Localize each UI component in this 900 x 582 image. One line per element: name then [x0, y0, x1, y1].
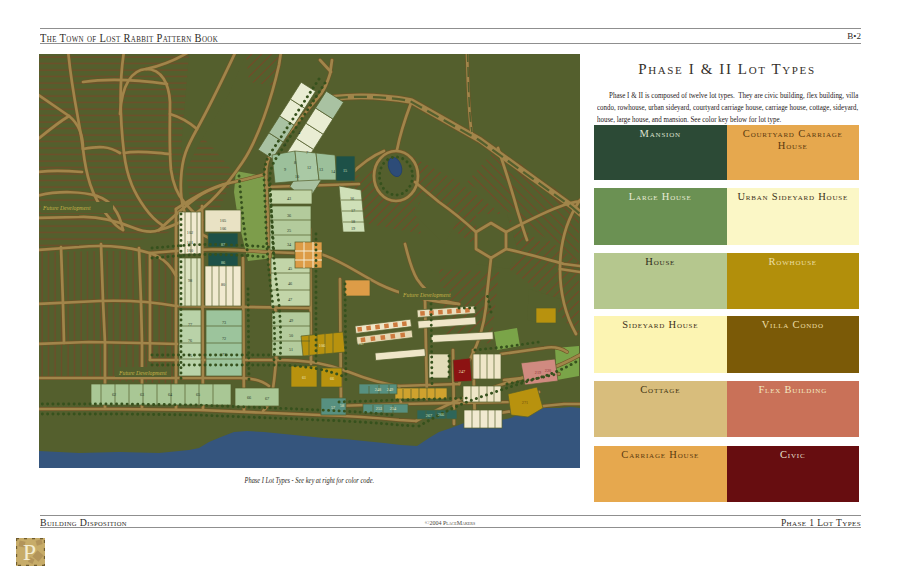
svg-text:10: 10 — [295, 174, 299, 179]
svg-text:7: 7 — [306, 150, 308, 155]
svg-text:67: 67 — [265, 396, 269, 401]
svg-text:13: 13 — [319, 167, 323, 172]
svg-text:36: 36 — [287, 213, 291, 218]
svg-text:219: 219 — [535, 370, 541, 375]
svg-text:271: 271 — [522, 400, 528, 405]
svg-text:65: 65 — [196, 392, 200, 397]
svg-text:25: 25 — [287, 228, 291, 233]
svg-text:46: 46 — [288, 281, 292, 286]
svg-text:43: 43 — [287, 196, 291, 201]
svg-text:16: 16 — [350, 196, 354, 201]
svg-text:18: 18 — [351, 219, 355, 224]
svg-text:58: 58 — [340, 403, 344, 408]
svg-text:105: 105 — [220, 218, 226, 223]
svg-text:Future Development: Future Development — [42, 205, 91, 211]
svg-text:72: 72 — [222, 336, 226, 341]
svg-text:62: 62 — [112, 392, 116, 397]
svg-text:77: 77 — [188, 322, 192, 327]
svg-text:66: 66 — [330, 376, 334, 381]
svg-text:102: 102 — [187, 230, 193, 235]
svg-text:3: 3 — [284, 142, 286, 147]
svg-text:76: 76 — [188, 338, 192, 343]
svg-text:267: 267 — [426, 413, 432, 418]
svg-text:17: 17 — [351, 208, 355, 213]
svg-text:86: 86 — [221, 260, 225, 265]
svg-text:101: 101 — [187, 240, 193, 245]
svg-text:47: 47 — [288, 297, 292, 302]
svg-text:106: 106 — [220, 226, 226, 231]
svg-text:247: 247 — [459, 369, 465, 374]
svg-text:107: 107 — [358, 341, 364, 346]
svg-text:106: 106 — [319, 343, 325, 348]
svg-text:P: P — [23, 539, 36, 565]
svg-text:254: 254 — [390, 406, 397, 411]
svg-text:15: 15 — [343, 168, 347, 173]
svg-text:Future Development: Future Development — [118, 370, 167, 376]
svg-text:57: 57 — [331, 405, 335, 410]
svg-text:80: 80 — [221, 282, 225, 287]
svg-text:12: 12 — [307, 165, 311, 170]
svg-text:220: 220 — [545, 368, 551, 373]
svg-text:19: 19 — [351, 226, 355, 231]
svg-text:61: 61 — [302, 375, 306, 380]
svg-text:248: 248 — [375, 387, 381, 392]
svg-text:63: 63 — [140, 392, 144, 397]
svg-text:87: 87 — [221, 242, 225, 247]
svg-text:249: 249 — [387, 387, 393, 392]
svg-text:253: 253 — [376, 406, 382, 411]
svg-text:266: 266 — [438, 412, 444, 417]
svg-text:Future Development: Future Development — [402, 292, 451, 298]
svg-text:9: 9 — [284, 167, 286, 172]
svg-text:49: 49 — [289, 318, 293, 323]
svg-text:73: 73 — [222, 320, 226, 325]
svg-text:50: 50 — [289, 333, 293, 338]
svg-text:100: 100 — [187, 248, 193, 253]
svg-text:51: 51 — [289, 347, 293, 352]
svg-text:45: 45 — [288, 266, 292, 271]
svg-text:8: 8 — [294, 160, 296, 165]
svg-text:75: 75 — [188, 353, 192, 358]
svg-text:71: 71 — [222, 352, 226, 357]
svg-text:66: 66 — [247, 395, 251, 400]
svg-text:98: 98 — [188, 278, 192, 283]
